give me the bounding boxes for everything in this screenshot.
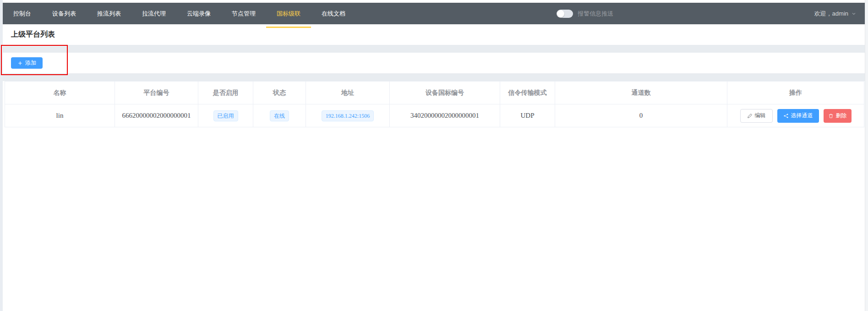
nav-item-cloud-recording[interactable]: 云端录像 bbox=[176, 3, 221, 24]
pencil-icon bbox=[747, 113, 753, 119]
cell-device-gb-id: 34020000002000000001 bbox=[390, 104, 500, 127]
column-header-actions: 操作 bbox=[727, 82, 864, 104]
page-title: 上级平台列表 bbox=[11, 30, 55, 39]
separator bbox=[3, 73, 865, 81]
plus-icon bbox=[17, 60, 23, 66]
column-header-enabled: 是否启用 bbox=[198, 82, 253, 104]
platform-table-wrap: 名称 平台编号 是否启用 状态 地址 设备国标编号 信令传输模式 通道数 操作 … bbox=[5, 81, 863, 127]
scrollbar-track[interactable] bbox=[865, 0, 868, 311]
edit-button[interactable]: 编辑 bbox=[740, 109, 773, 123]
status-tag: 在线 bbox=[270, 110, 289, 121]
add-button-label: 添加 bbox=[25, 59, 36, 67]
cell-platform-id: 66620000002000000001 bbox=[115, 104, 198, 127]
nav-item-node-management[interactable]: 节点管理 bbox=[221, 3, 266, 24]
platform-table: 名称 平台编号 是否启用 状态 地址 设备国标编号 信令传输模式 通道数 操作 … bbox=[5, 81, 864, 127]
user-menu[interactable]: 欢迎，admin bbox=[814, 3, 865, 24]
toolbar: 添加 bbox=[3, 53, 865, 73]
cell-actions: 编辑 选择通道 bbox=[727, 104, 864, 127]
nav-item-device-list[interactable]: 设备列表 bbox=[42, 3, 87, 24]
cell-status: 在线 bbox=[253, 104, 306, 127]
alarm-push-group: 报警信息推送 bbox=[557, 3, 613, 24]
enabled-tag: 已启用 bbox=[213, 110, 238, 121]
title-bar: 上级平台列表 bbox=[3, 24, 865, 45]
address-tag: 192.168.1.242:1506 bbox=[322, 110, 374, 121]
nav-spacer bbox=[613, 3, 814, 24]
separator bbox=[3, 45, 865, 53]
top-navbar: 控制台 设备列表 推流列表 拉流代理 云端录像 节点管理 国标级联 在线文档 报… bbox=[3, 3, 865, 24]
column-header-signal-mode: 信令传输模式 bbox=[500, 82, 555, 104]
cell-signal-mode: UDP bbox=[500, 104, 555, 127]
row-action-buttons: 编辑 选择通道 bbox=[727, 109, 864, 123]
nav-item-online-docs[interactable]: 在线文档 bbox=[311, 3, 356, 24]
delete-button-label: 删除 bbox=[836, 112, 847, 120]
cell-name: lin bbox=[5, 104, 115, 127]
nav-item-gb-cascade-active[interactable]: 国标级联 bbox=[266, 3, 311, 24]
table-row: lin 66620000002000000001 已启用 在线 192.168.… bbox=[5, 104, 864, 127]
nav-item-console[interactable]: 控制台 bbox=[3, 3, 42, 24]
trash-icon bbox=[828, 113, 834, 119]
page-content: 控制台 设备列表 推流列表 拉流代理 云端录像 节点管理 国标级联 在线文档 报… bbox=[3, 3, 865, 127]
column-header-address: 地址 bbox=[306, 82, 390, 104]
column-header-platform-id: 平台编号 bbox=[115, 82, 198, 104]
alarm-push-toggle[interactable] bbox=[557, 10, 573, 18]
cell-address: 192.168.1.242:1506 bbox=[306, 104, 390, 127]
select-channel-button-label: 选择通道 bbox=[791, 112, 813, 120]
cell-enabled: 已启用 bbox=[198, 104, 253, 127]
chevron-down-icon bbox=[851, 11, 857, 16]
toggle-knob bbox=[557, 10, 564, 17]
delete-button[interactable]: 删除 bbox=[824, 109, 852, 123]
nav-item-pull-stream-proxy[interactable]: 拉流代理 bbox=[131, 3, 176, 24]
column-header-channel-count: 通道数 bbox=[555, 82, 727, 104]
nav-item-push-stream-list[interactable]: 推流列表 bbox=[87, 3, 131, 24]
alarm-push-label: 报警信息推送 bbox=[578, 10, 613, 18]
share-icon bbox=[783, 113, 789, 119]
cell-channel-count: 0 bbox=[555, 104, 727, 127]
edit-button-label: 编辑 bbox=[755, 112, 766, 120]
table-header-row: 名称 平台编号 是否启用 状态 地址 设备国标编号 信令传输模式 通道数 操作 bbox=[5, 82, 864, 104]
column-header-status: 状态 bbox=[253, 82, 306, 104]
column-header-device-gb-id: 设备国标编号 bbox=[390, 82, 500, 104]
add-button[interactable]: 添加 bbox=[11, 57, 43, 69]
nav-spacer bbox=[356, 3, 557, 24]
welcome-text: 欢迎，admin bbox=[814, 10, 848, 18]
column-header-name: 名称 bbox=[5, 82, 115, 104]
select-channel-button[interactable]: 选择通道 bbox=[777, 109, 819, 123]
